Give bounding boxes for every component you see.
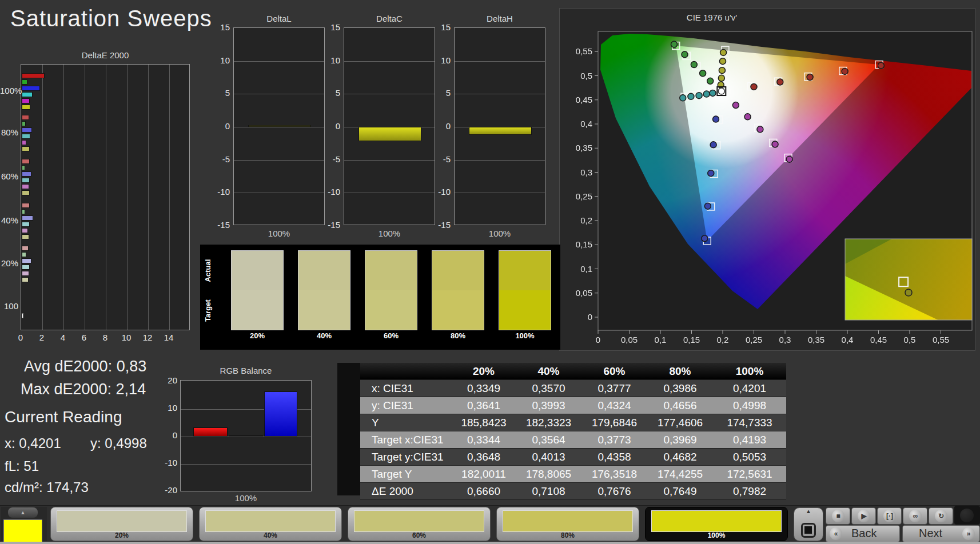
delta-bar bbox=[248, 125, 311, 127]
gridline bbox=[234, 160, 324, 161]
refresh-icon: ↻ bbox=[935, 510, 947, 522]
next-button[interactable]: Next » bbox=[902, 525, 980, 542]
svg-text:0,05: 0,05 bbox=[576, 288, 592, 298]
stop-button[interactable]: ■ bbox=[826, 507, 850, 525]
back-button[interactable]: « Back bbox=[826, 525, 900, 542]
table-header-cell: 20% bbox=[452, 363, 516, 379]
play-button[interactable]: ▶ bbox=[851, 507, 876, 525]
table-cell: 0,3986 bbox=[647, 380, 713, 397]
deltae2000-x-tick: 12 bbox=[139, 333, 156, 342]
mini-y-tick: 5 bbox=[316, 88, 340, 98]
gridline bbox=[344, 94, 435, 94]
deltae2000-x-tick: 0 bbox=[12, 333, 29, 342]
continuous-button[interactable]: ∞ bbox=[903, 507, 927, 525]
table-cell: 182,3323 bbox=[516, 414, 581, 431]
deltae2000-x-tick: 4 bbox=[54, 333, 71, 342]
deltae2000-bar bbox=[22, 86, 40, 91]
target-swatch bbox=[432, 290, 484, 330]
gridline bbox=[455, 193, 545, 193]
indicator-button[interactable] bbox=[954, 506, 980, 525]
swatch-label: 20% bbox=[231, 331, 284, 340]
svg-text:0,3: 0,3 bbox=[580, 167, 592, 177]
table-cell: 0,7649 bbox=[647, 483, 713, 499]
deltae2000-bar bbox=[22, 79, 27, 85]
gridline bbox=[106, 65, 106, 330]
svg-text:0,3: 0,3 bbox=[779, 335, 791, 345]
table-row: ΔE 20000,66600,71080,76760,76490,7982 bbox=[360, 483, 786, 500]
deltae2000-bar bbox=[22, 115, 29, 120]
table-cell: 0,7108 bbox=[516, 483, 581, 499]
table-row-label: Target Y bbox=[360, 466, 452, 482]
deltae2000-bar bbox=[22, 105, 30, 110]
svg-text:0,1: 0,1 bbox=[655, 335, 667, 345]
swatch-label: 60% bbox=[365, 331, 417, 340]
mini-y-tick: 5 bbox=[206, 88, 230, 98]
table-row-label: ΔE 2000 bbox=[360, 483, 452, 499]
mini-y-tick: 5 bbox=[427, 88, 451, 98]
table-cell: 182,0011 bbox=[452, 466, 516, 482]
table-cell: 0,3648 bbox=[452, 449, 516, 465]
svg-text:0,5: 0,5 bbox=[904, 335, 916, 345]
target-row-label: Target bbox=[204, 291, 212, 331]
gridline bbox=[455, 61, 545, 62]
mini-y-tick: -10 bbox=[427, 187, 451, 197]
deltae2000-bar bbox=[22, 92, 33, 97]
table-row-label: Y bbox=[360, 414, 452, 431]
gridline bbox=[181, 437, 311, 437]
avg-de2000-stat: Avg dE2000: 0,83 bbox=[24, 358, 146, 375]
table-cell: 185,8423 bbox=[452, 414, 516, 431]
table-row-label: Target y:CIE31 bbox=[360, 449, 452, 465]
actual-target-swatch-panel: Actual Target 20%40%60%80%100% bbox=[200, 245, 560, 350]
deltae2000-bar bbox=[22, 190, 30, 195]
svg-text:0,25: 0,25 bbox=[746, 335, 762, 345]
current-y-value: y: 0,4998 bbox=[90, 435, 147, 451]
bottom-patch-bar: ▲ 20%40%60%80%100% ▲ ■▶[·]∞↻ « Back Next… bbox=[0, 505, 980, 542]
gridline bbox=[63, 65, 64, 330]
table-cell: 0,4013 bbox=[516, 449, 581, 465]
svg-text:0,2: 0,2 bbox=[580, 215, 592, 225]
table-row-label: x: CIE31 bbox=[360, 380, 452, 397]
deltah-chart bbox=[454, 27, 545, 225]
svg-text:0,55: 0,55 bbox=[933, 335, 949, 345]
deltae2000-chart bbox=[21, 64, 190, 330]
actual-swatch bbox=[232, 251, 283, 290]
svg-text:0,5: 0,5 bbox=[580, 71, 592, 81]
mini-y-tick: -15 bbox=[206, 220, 230, 230]
rgb-balance-x-label: 100% bbox=[180, 493, 312, 503]
gridline bbox=[234, 94, 324, 94]
rgb-balance-chart bbox=[180, 380, 312, 491]
rgb-y-tick: 0 bbox=[156, 430, 177, 440]
deltac-chart bbox=[344, 27, 435, 225]
target-swatch bbox=[298, 290, 350, 330]
swatch-80% bbox=[432, 250, 484, 330]
gridline bbox=[344, 160, 435, 161]
svg-text:0,4: 0,4 bbox=[580, 119, 592, 129]
deltah-chart-title: DeltaH bbox=[454, 14, 545, 23]
table-row-label: Target x:CIE31 bbox=[360, 431, 452, 448]
refresh-button[interactable]: ↻ bbox=[929, 507, 953, 525]
table-cell: 0,3969 bbox=[647, 431, 713, 448]
deltae2000-category-label: 80% bbox=[0, 127, 18, 137]
target-swatch bbox=[232, 290, 283, 330]
continuous-icon: ∞ bbox=[909, 510, 922, 522]
interval-button[interactable]: [·] bbox=[877, 507, 902, 525]
table-row: Y185,8423182,3323179,6846177,4606174,733… bbox=[360, 414, 786, 431]
deltae2000-bar bbox=[22, 165, 25, 170]
table-cell: 0,4324 bbox=[581, 397, 647, 414]
rgb-y-tick: 20 bbox=[156, 375, 177, 385]
deltae2000-category-label: 60% bbox=[0, 171, 18, 181]
cdm2-value: cd/m²: 174,73 bbox=[5, 479, 89, 495]
svg-text:0,45: 0,45 bbox=[870, 335, 887, 345]
deltae2000-bar bbox=[22, 171, 31, 177]
table-cell: 176,3518 bbox=[581, 466, 647, 482]
deltal-x-label: 100% bbox=[233, 229, 325, 238]
table-cell: 0,3344 bbox=[452, 431, 516, 448]
deltae2000-bar bbox=[22, 134, 30, 139]
svg-text:0,2: 0,2 bbox=[717, 335, 729, 345]
deltae2000-bar bbox=[22, 121, 26, 126]
mini-y-tick: 0 bbox=[427, 121, 451, 131]
table-row: x: CIE310,33490,35700,37770,39860,4201 bbox=[360, 380, 786, 397]
svg-text:0,55: 0,55 bbox=[576, 46, 592, 56]
table-cell: 0,4682 bbox=[647, 449, 713, 465]
table-cell: 0,3773 bbox=[581, 431, 647, 448]
